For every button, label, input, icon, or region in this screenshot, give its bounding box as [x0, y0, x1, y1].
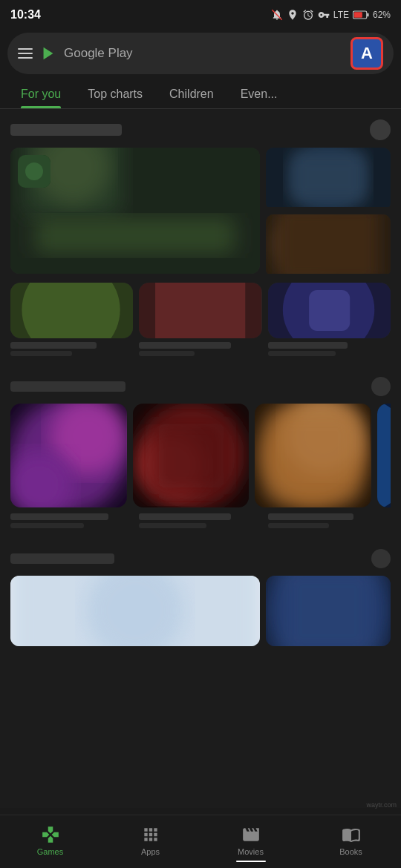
hamburger-menu[interactable] — [18, 48, 33, 59]
battery-percent: 62% — [373, 10, 391, 20]
app-item-2[interactable] — [139, 283, 261, 356]
main-content — [0, 109, 401, 808]
status-bar: 10:34 LTE 62% — [0, 0, 401, 30]
svg-rect-3 — [367, 13, 368, 17]
nav-movies-label: Movies — [238, 847, 264, 856]
section-third-more[interactable] — [371, 549, 391, 568]
suggested-card-3[interactable] — [255, 404, 371, 507]
svg-rect-2 — [354, 12, 362, 17]
location-icon — [287, 9, 299, 21]
section-featured-title — [10, 124, 122, 136]
watermark: waytr.com — [366, 801, 397, 809]
search-placeholder[interactable]: Google Play — [64, 46, 343, 61]
tab-events[interactable]: Even... — [227, 77, 291, 108]
nav-books-label: Books — [339, 847, 362, 856]
svg-point-43 — [377, 404, 391, 507]
tab-top-charts[interactable]: Top charts — [74, 77, 156, 108]
suggested-card-1[interactable] — [10, 404, 127, 507]
svg-rect-41 — [255, 404, 371, 507]
featured-card-side-1[interactable] — [266, 148, 391, 210]
key-icon — [318, 9, 330, 21]
third-row — [10, 576, 391, 646]
third-card-square[interactable] — [266, 576, 391, 646]
section-third-title — [10, 553, 114, 564]
battery-icon — [353, 10, 369, 20]
section-suggested — [0, 366, 401, 539]
suggested-card-2[interactable] — [133, 404, 250, 507]
tabs-bar: For you Top charts Children Even... — [0, 77, 401, 109]
suggested-card-4-partial[interactable] — [377, 404, 391, 507]
svg-rect-36 — [133, 404, 250, 507]
nav-apps[interactable]: Apps — [100, 825, 200, 859]
featured-card-side-2[interactable] — [266, 214, 391, 277]
nav-games[interactable]: Games — [0, 825, 100, 859]
status-time: 10:34 — [10, 8, 41, 22]
nav-books[interactable]: Books — [301, 825, 401, 859]
nav-movies[interactable]: Movies — [200, 825, 301, 859]
bottom-nav: Games Apps Movies Books — [0, 815, 401, 868]
status-icons: LTE 62% — [271, 9, 391, 21]
svg-rect-31 — [10, 404, 127, 507]
movies-icon — [241, 825, 261, 844]
suggested-labels-row — [10, 513, 391, 528]
section-featured-header — [10, 119, 391, 140]
notification-off-icon — [271, 9, 283, 21]
app-item-1[interactable] — [10, 283, 133, 356]
svg-rect-23 — [155, 283, 245, 338]
play-logo — [40, 45, 56, 62]
games-icon — [41, 825, 60, 844]
app-row-small — [10, 283, 391, 356]
alarm-icon — [302, 9, 314, 21]
suggested-cards-row — [10, 404, 391, 507]
featured-card-main[interactable] — [10, 148, 260, 274]
section-featured-more[interactable] — [370, 119, 391, 140]
svg-rect-47 — [10, 576, 260, 646]
svg-rect-26 — [309, 290, 350, 331]
tab-for-you[interactable]: For you — [7, 77, 74, 108]
nav-apps-label: Apps — [141, 847, 160, 856]
third-card-wide[interactable] — [10, 576, 260, 646]
section-suggested-more[interactable] — [371, 377, 391, 396]
svg-rect-15 — [266, 148, 391, 207]
svg-point-21 — [22, 283, 120, 338]
svg-marker-4 — [44, 47, 53, 60]
apps-icon — [141, 825, 160, 844]
section-featured — [0, 109, 401, 366]
section-suggested-title — [10, 381, 125, 392]
signal-label: LTE — [333, 10, 349, 20]
account-avatar[interactable]: A — [351, 37, 383, 70]
svg-point-11 — [25, 162, 43, 180]
svg-rect-19 — [266, 214, 391, 274]
search-bar[interactable]: Google Play A — [7, 33, 394, 74]
books-icon — [342, 825, 361, 844]
nav-games-label: Games — [37, 847, 63, 856]
section-third — [0, 539, 401, 646]
svg-rect-51 — [266, 576, 391, 646]
app-item-3[interactable] — [268, 283, 391, 356]
tab-children[interactable]: Children — [156, 77, 227, 108]
featured-cards-side — [266, 148, 391, 277]
